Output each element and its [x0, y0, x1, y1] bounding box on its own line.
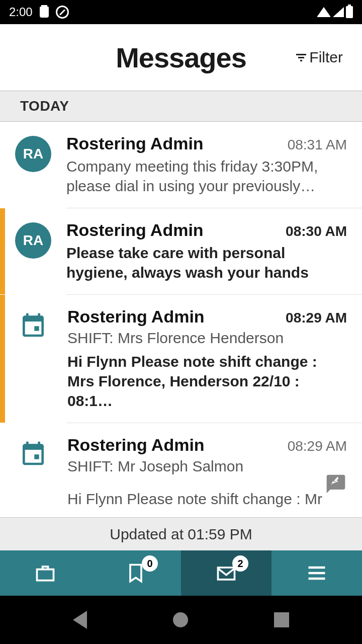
message-subject: SHIFT: Mr Joseph Salmon: [67, 458, 347, 475]
compose-button[interactable]: [325, 473, 347, 493]
message-sender: Rostering Admin: [67, 307, 205, 327]
message-time: 08:29 AM: [288, 438, 347, 454]
updated-status: Updated at 01:59 PM: [0, 517, 362, 550]
message-item[interactable]: Rostering Admin 08:29 AM SHIFT: Mr Josep…: [0, 423, 362, 521]
messages-badge: 2: [232, 555, 248, 572]
calendar-icon: [19, 439, 47, 467]
status-bar: 2:00: [0, 0, 362, 24]
message-sender: Rostering Admin: [66, 220, 204, 240]
section-today: TODAY: [0, 91, 362, 122]
app-header: Messages Filter: [0, 24, 362, 91]
message-sender: Rostering Admin: [66, 134, 204, 153]
nav-messages[interactable]: 2: [181, 550, 272, 596]
message-item[interactable]: RA Rostering Admin 08:31 AM Company meet…: [0, 122, 362, 208]
bottom-nav: 0 2: [0, 550, 362, 596]
calendar-icon: [19, 311, 47, 339]
nav-bookmarks[interactable]: 0: [90, 550, 181, 596]
do-not-disturb-icon: [56, 6, 69, 19]
android-recent-button[interactable]: [274, 612, 289, 627]
battery-icon: [346, 6, 353, 18]
hamburger-icon: [304, 562, 330, 584]
message-preview: Hi Flynn Please note shift change : Mrs …: [67, 352, 347, 411]
filter-icon: [296, 54, 306, 61]
message-item[interactable]: Rostering Admin 08:29 AM SHIFT: Mrs Flor…: [0, 295, 362, 423]
android-nav-bar: [0, 596, 362, 644]
message-time: 08:31 AM: [288, 137, 347, 153]
message-subject: SHIFT: Mrs Florence Henderson: [67, 330, 347, 347]
message-preview: Please take care with personal hygiene, …: [66, 243, 347, 282]
avatar: RA: [15, 136, 51, 172]
android-back-button[interactable]: [73, 611, 87, 629]
message-item[interactable]: RA Rostering Admin 08:30 AM Please take …: [0, 208, 362, 294]
filter-label: Filter: [309, 49, 343, 66]
avatar: RA: [15, 222, 51, 259]
status-time: 2:00: [9, 5, 33, 19]
nav-briefcase[interactable]: [0, 550, 90, 596]
message-sender: Rostering Admin: [67, 435, 205, 455]
filter-button[interactable]: Filter: [296, 49, 343, 66]
sd-card-icon: [40, 7, 49, 18]
message-time: 08:29 AM: [286, 310, 347, 326]
briefcase-icon: [32, 562, 58, 584]
message-list: RA Rostering Admin 08:31 AM Company meet…: [0, 122, 362, 521]
message-time: 08:30 AM: [286, 223, 347, 239]
message-preview: Company meeting this friday 3:30PM, plea…: [66, 156, 347, 196]
page-title: Messages: [116, 41, 246, 74]
message-preview: Hi Flynn Please note shift change : Mr: [67, 489, 347, 509]
wifi-icon: [317, 7, 331, 17]
bookmarks-badge: 0: [142, 555, 158, 572]
android-home-button[interactable]: [173, 612, 188, 627]
cell-signal-icon: [333, 7, 344, 17]
nav-menu[interactable]: [272, 550, 362, 596]
